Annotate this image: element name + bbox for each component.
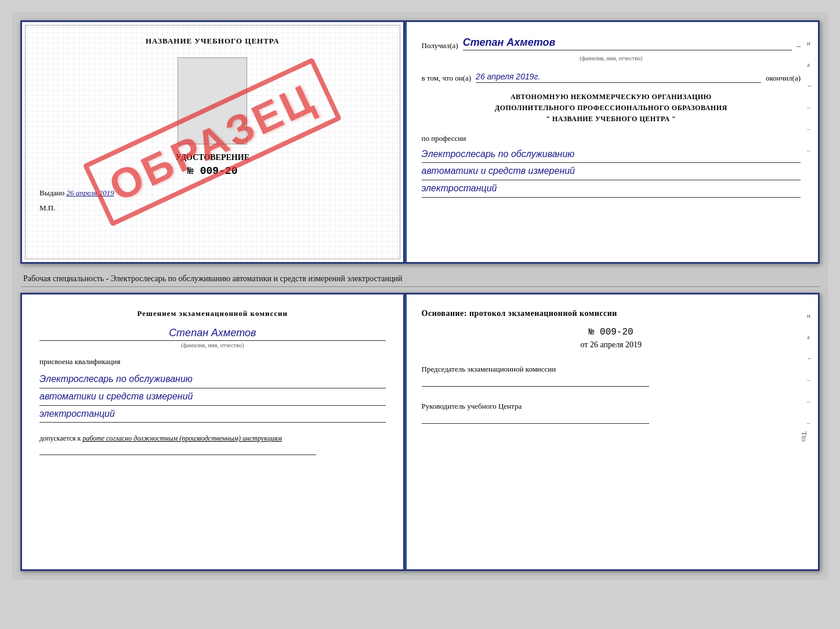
dash1: – — [796, 41, 801, 50]
protocol-date: от 26 апреля 2019 — [422, 340, 801, 350]
decision-title: Решением экзаменационной комиссии — [39, 309, 386, 318]
recipient-name: Степан Ахметов — [463, 37, 792, 50]
org-line3: " НАЗВАНИЕ УЧЕБНОГО ЦЕНТРА " — [422, 114, 801, 125]
cert-right-page: Получил(а) Степан Ахметов – (фамилия, им… — [404, 22, 818, 262]
protocol-number: № 009-20 — [422, 327, 801, 337]
issued-label: Выдано — [39, 188, 64, 197]
name-sublabel-top: (фамилия, имя, отчество) — [422, 55, 801, 61]
profession-line1: Электрослесарь по обслуживанию — [422, 146, 801, 163]
profession-line2: автоматики и средств измерений — [422, 163, 801, 180]
profession-label: по профессии — [422, 134, 801, 143]
org-line2: ДОПОЛНИТЕЛЬНОГО ПРОФЕССИОНАЛЬНОГО ОБРАЗО… — [422, 103, 801, 114]
qual-line2: автоматики и средств измерений — [39, 388, 386, 406]
director-sig-line — [422, 423, 649, 424]
org-line1: АВТОНОМНУЮ НЕКОММЕРЧЕСКУЮ ОРГАНИЗАЦИЮ — [422, 92, 801, 103]
profession-line3: электростанций — [422, 180, 801, 198]
left-page-title: НАЗВАНИЕ УЧЕБНОГО ЦЕНТРА — [39, 37, 386, 46]
received-label: Получил(а) — [422, 41, 458, 50]
qual-right-page: Основание: протокол экзаменационной коми… — [404, 294, 818, 569]
in-that-line: в том, что он(а) 26 апреля 2019г. окончи… — [422, 72, 801, 83]
cert-left-page: НАЗВАНИЕ УЧЕБНОГО ЦЕНТРА УДОСТОВЕРЕНИЕ №… — [22, 22, 404, 262]
allowed-label: допускается к — [39, 434, 81, 442]
top-certificate-spread: НАЗВАНИЕ УЧЕБНОГО ЦЕНТРА УДОСТОВЕРЕНИЕ №… — [20, 20, 820, 264]
cert-date: 26 апреля 2019г. — [476, 72, 761, 83]
qual-label: присвоена квалификация — [39, 357, 386, 366]
caption-text: Рабочая специальность - Электрослесарь п… — [20, 270, 820, 287]
bottom-person-name: Степан Ахметов — [39, 327, 386, 339]
qualification-value: Электрослесарь по обслуживанию автоматик… — [39, 371, 386, 423]
margin-marks-top: и а ← – – – — [807, 39, 813, 154]
tto-mark: Tto — [799, 431, 809, 442]
protocol-date-value: 26 апреля 2019 — [590, 340, 642, 349]
received-line: Получил(а) Степан Ахметов – — [422, 37, 801, 50]
director-label: Руководитель учебного Центра — [422, 401, 801, 412]
qual-line1: Электрослесарь по обслуживанию — [39, 371, 386, 388]
allowed-value: работе согласно должностным (производств… — [82, 434, 282, 442]
bottom-qualification-spread: Решением экзаменационной комиссии Степан… — [20, 293, 820, 571]
in-that-label: в том, что он(а) — [422, 74, 472, 83]
chairman-sig-line — [422, 386, 649, 387]
bottom-sig-line — [39, 455, 316, 455]
margin-marks-bottom: и а ← – – – — [807, 312, 813, 426]
page-wrapper: НАЗВАНИЕ УЧЕБНОГО ЦЕНТРА УДОСТОВЕРЕНИЕ №… — [12, 12, 828, 580]
profession-value: Электрослесарь по обслуживанию автоматик… — [422, 146, 801, 198]
finished-label: окончил(а) — [766, 74, 801, 83]
qual-line3: электростанций — [39, 406, 386, 423]
director-block: Руководитель учебного Центра — [422, 401, 801, 424]
org-block: АВТОНОМНУЮ НЕКОММЕРЧЕСКУЮ ОРГАНИЗАЦИЮ ДО… — [422, 92, 801, 125]
cert-issued: Выдано 26 апреля 2019 — [39, 188, 386, 198]
chairman-label: Председатель экзаменационной комиссии — [422, 364, 801, 375]
basis-label: Основание: протокол экзаменационной коми… — [422, 309, 801, 318]
protocol-date-prefix: от — [580, 340, 588, 349]
chairman-block: Председатель экзаменационной комиссии — [422, 364, 801, 387]
bottom-name-sublabel: (фамилия, имя, отчество) — [39, 340, 386, 348]
mp-label: М.П. — [39, 203, 386, 213]
allowed-block: допускается к работе согласно должностны… — [39, 434, 386, 443]
qual-left-page: Решением экзаменационной комиссии Степан… — [22, 294, 404, 569]
